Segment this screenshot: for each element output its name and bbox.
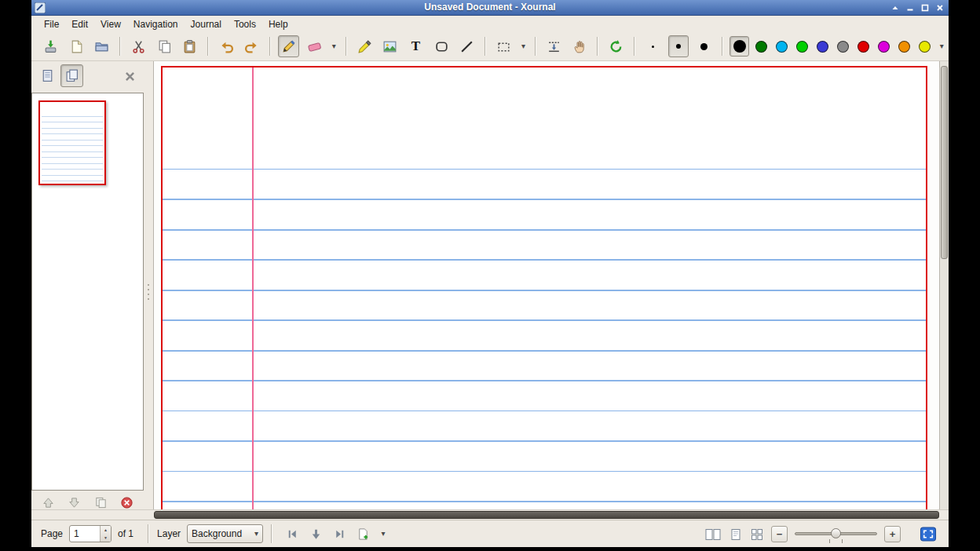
new-document-button[interactable]	[66, 35, 87, 57]
ruler-tool-button[interactable]	[457, 35, 478, 57]
color-green-button[interactable]	[794, 36, 810, 57]
menu-edit[interactable]: Edit	[65, 17, 94, 31]
spin-down-button[interactable]: ▼	[101, 534, 111, 542]
shade-window-button[interactable]	[889, 2, 901, 13]
color-options-button[interactable]: ▾	[936, 35, 948, 57]
zoom-controls: − +	[704, 520, 938, 548]
image-tool-button[interactable]	[379, 35, 400, 57]
sidebar-tabbar	[36, 64, 83, 87]
default-pen-button[interactable]	[605, 35, 627, 57]
zoom-in-button[interactable]: +	[884, 526, 901, 542]
zoom-slider[interactable]	[795, 525, 877, 544]
menu-tools[interactable]: Tools	[228, 17, 262, 31]
color-magenta-swatch	[878, 41, 890, 53]
color-dark-green-button[interactable]	[753, 36, 770, 57]
menu-file[interactable]: File	[38, 17, 65, 31]
cut-button[interactable]	[128, 35, 149, 57]
menu-view[interactable]: View	[94, 17, 127, 31]
color-orange-button[interactable]	[896, 36, 912, 57]
pen-tool-button[interactable]	[278, 35, 299, 57]
fit-page-button[interactable]	[729, 528, 743, 541]
pen-size-medium-button[interactable]	[668, 35, 689, 57]
chevron-down-icon: ▾	[940, 42, 944, 50]
separator	[485, 37, 486, 56]
paste-button[interactable]	[179, 35, 200, 57]
last-page-button[interactable]	[330, 524, 349, 543]
copy-button[interactable]	[154, 35, 175, 57]
page-thumbnail[interactable]	[38, 100, 106, 185]
separator	[269, 37, 271, 56]
close-button[interactable]	[934, 2, 945, 13]
text-tool-button[interactable]: T	[405, 35, 426, 57]
sidebar-close-button[interactable]	[121, 68, 138, 85]
page-number-input[interactable]: 1	[70, 526, 100, 542]
hand-tool-button[interactable]	[569, 35, 591, 57]
sidebar-splitter[interactable]	[146, 284, 150, 300]
color-yellow-button[interactable]	[916, 36, 933, 57]
fullscreen-button[interactable]	[919, 526, 938, 542]
undo-arrow-icon	[219, 39, 234, 54]
zoom-out-button[interactable]: −	[771, 526, 788, 542]
window-title: Unsaved Document - Xournal	[31, 2, 949, 13]
new-page-after-button[interactable]	[353, 524, 372, 543]
page-canvas[interactable]	[161, 66, 927, 509]
pen-size-thick-button[interactable]	[693, 35, 715, 57]
copy-icon	[157, 39, 172, 54]
color-red-button[interactable]	[855, 36, 872, 57]
horizontal-scrollbar[interactable]	[31, 509, 949, 520]
titlebar: Unsaved Document - Xournal	[31, 0, 949, 16]
shape-recognizer-button[interactable]	[431, 35, 452, 57]
save-button[interactable]	[40, 35, 61, 57]
eraser-options-button[interactable]: ▾	[328, 35, 340, 57]
open-folder-icon	[94, 39, 109, 54]
sidebar-tab-pages[interactable]	[60, 64, 83, 87]
sidebar-tab-layers[interactable]	[36, 64, 59, 87]
thumbnails-view-button[interactable]	[750, 528, 764, 541]
minimize-button[interactable]	[904, 2, 916, 13]
color-magenta-button[interactable]	[876, 36, 892, 57]
minus-icon: −	[777, 529, 783, 539]
separator	[148, 524, 149, 543]
highlighter-tool-button[interactable]	[354, 35, 375, 57]
page-options-button[interactable]: ▾	[377, 524, 389, 543]
select-rectangle-button[interactable]	[493, 35, 514, 57]
color-gray-button[interactable]	[835, 36, 851, 57]
xournal-window: Unsaved Document - Xournal File Edit Vie…	[31, 0, 949, 547]
menu-navigation[interactable]: Navigation	[127, 17, 185, 31]
first-page-icon	[286, 527, 299, 541]
pen-size-fine-button[interactable]	[642, 35, 664, 57]
spinner: ▲ ▼	[100, 526, 111, 542]
pencil-icon	[281, 39, 296, 54]
vertical-scrollbar[interactable]	[939, 61, 949, 509]
vertical-scrollbar-thumb[interactable]	[941, 66, 948, 259]
zoom-slider-handle[interactable]	[831, 528, 841, 538]
first-page-button[interactable]	[283, 524, 302, 543]
color-black-button[interactable]	[730, 36, 749, 57]
menu-journal[interactable]: Journal	[185, 17, 228, 31]
separator	[119, 37, 121, 56]
page-down-icon	[309, 527, 323, 541]
select-options-button[interactable]: ▾	[517, 35, 529, 57]
dual-page-icon	[704, 528, 722, 541]
color-light-blue-button[interactable]	[773, 36, 790, 57]
document-canvas	[153, 61, 939, 509]
main-area	[31, 61, 949, 509]
default-pen-icon	[609, 39, 623, 54]
vertical-space-button[interactable]	[543, 35, 565, 57]
page-number-spinbox: 1 ▲ ▼	[69, 525, 112, 542]
next-page-button[interactable]	[306, 524, 325, 543]
color-blue-button[interactable]	[814, 36, 831, 57]
open-button[interactable]	[91, 35, 112, 57]
eraser-tool-button[interactable]	[304, 35, 325, 57]
dual-page-view-button[interactable]	[704, 528, 722, 541]
spin-up-button[interactable]: ▲	[101, 526, 111, 534]
menu-help[interactable]: Help	[262, 17, 294, 31]
redo-button[interactable]	[242, 35, 263, 57]
layer-select[interactable]: Background ▾	[187, 524, 263, 543]
undo-button[interactable]	[216, 35, 237, 57]
screen: Unsaved Document - Xournal File Edit Vie…	[0, 0, 980, 551]
separator	[271, 524, 272, 543]
maximize-button[interactable]	[919, 2, 931, 13]
shape-recognizer-icon	[434, 39, 449, 54]
horizontal-scrollbar-thumb[interactable]	[154, 511, 939, 519]
